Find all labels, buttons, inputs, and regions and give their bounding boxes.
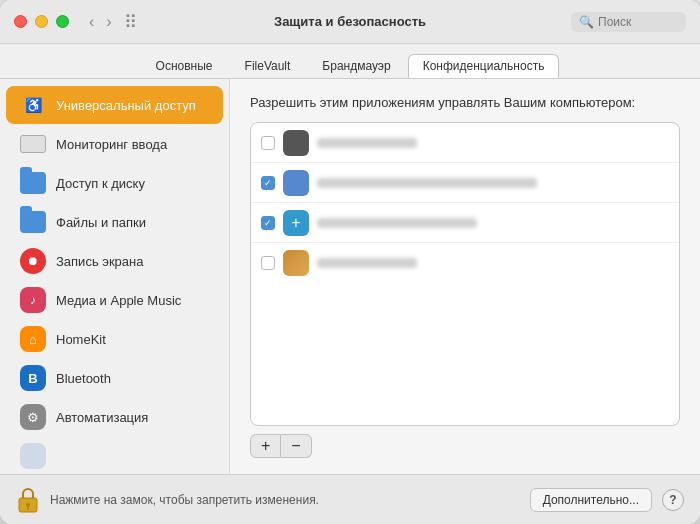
traffic-lights [14,15,69,28]
tab-firewall[interactable]: Брандмауэр [307,54,405,78]
svg-point-1 [26,503,30,507]
app-icon-1 [283,130,309,156]
music-icon: ♪ [20,287,46,313]
sidebar-item-accessibility[interactable]: ♿ Универсальный доступ [6,86,223,124]
lock-icon [16,486,40,514]
sidebar-item-homekit[interactable]: ⌂ HomeKit [6,320,223,358]
window-title: Защита и безопасность [274,14,426,29]
app-name-2 [317,178,537,188]
search-input[interactable] [598,15,678,29]
list-actions: + − [250,434,680,458]
sidebar-label-bluetooth: Bluetooth [56,371,111,386]
minimize-button[interactable] [35,15,48,28]
app-checkbox-2[interactable]: ✓ [261,176,275,190]
sidebar-item-screen[interactable]: ⏺ Запись экрана [6,242,223,280]
tab-filevault[interactable]: FileVault [230,54,306,78]
search-icon: 🔍 [579,15,594,29]
panel-title: Разрешить этим приложениям управлять Ваш… [250,95,680,110]
automation-icon: ⚙ [20,404,46,430]
sidebar-item-more[interactable] [6,437,223,474]
keyboard-icon [20,131,46,157]
sidebar-item-disk[interactable]: Доступ к диску [6,164,223,202]
app-checkbox-1[interactable] [261,136,275,150]
app-icon-2 [283,170,309,196]
tab-basic[interactable]: Основные [141,54,228,78]
sidebar-label-homekit: HomeKit [56,332,106,347]
content-area: ♿ Универсальный доступ Мониторинг ввода … [0,78,700,474]
app-checkbox-4[interactable] [261,256,275,270]
main-window: ‹ › ⠿ Защита и безопасность 🔍 Основные F… [0,0,700,524]
homekit-icon: ⌂ [20,326,46,352]
app-name-3 [317,218,477,228]
maximize-button[interactable] [56,15,69,28]
app-name-4 [317,258,417,268]
apps-grid-icon[interactable]: ⠿ [124,11,137,33]
more-icon [20,443,46,469]
add-button[interactable]: + [250,434,281,458]
sidebar-item-automation[interactable]: ⚙ Автоматизация [6,398,223,436]
main-panel: Разрешить этим приложениям управлять Ваш… [230,79,700,474]
sidebar-label-screen: Запись экрана [56,254,143,269]
sidebar-item-bluetooth[interactable]: B Bluetooth [6,359,223,397]
table-row [251,243,679,283]
help-button[interactable]: ? [662,489,684,511]
more-button[interactable]: Дополнительно... [530,488,652,512]
sidebar-label-automation: Автоматизация [56,410,148,425]
sidebar-label-accessibility: Универсальный доступ [56,98,196,113]
sidebar-label-files: Файлы и папки [56,215,146,230]
titlebar: ‹ › ⠿ Защита и безопасность 🔍 [0,0,700,44]
tabs-row: Основные FileVault Брандмауэр Конфиденци… [0,44,700,78]
sidebar-item-media[interactable]: ♪ Медиа и Apple Music [6,281,223,319]
table-row: ✓ [251,163,679,203]
accessibility-icon: ♿ [20,92,46,118]
app-icon-3: + [283,210,309,236]
files-icon [20,209,46,235]
tab-privacy[interactable]: Конфиденциальность [408,54,560,78]
nav-buttons: ‹ › [85,11,116,33]
sidebar-label-media: Медиа и Apple Music [56,293,181,308]
search-box[interactable]: 🔍 [571,12,686,32]
app-name-1 [317,138,417,148]
screen-icon: ⏺ [20,248,46,274]
sidebar-item-files[interactable]: Файлы и папки [6,203,223,241]
app-icon-4 [283,250,309,276]
bluetooth-icon: B [20,365,46,391]
close-button[interactable] [14,15,27,28]
forward-button[interactable]: › [102,11,115,33]
back-button[interactable]: ‹ [85,11,98,33]
table-row [251,123,679,163]
sidebar-label-input: Мониторинг ввода [56,137,167,152]
table-row: ✓ + [251,203,679,243]
sidebar-item-input[interactable]: Мониторинг ввода [6,125,223,163]
app-list: ✓ ✓ + [250,122,680,426]
sidebar: ♿ Универсальный доступ Мониторинг ввода … [0,79,230,474]
remove-button[interactable]: − [281,434,311,458]
app-checkbox-3[interactable]: ✓ [261,216,275,230]
sidebar-label-disk: Доступ к диску [56,176,145,191]
disk-icon [20,170,46,196]
bottom-bar: Нажмите на замок, чтобы запретить измене… [0,474,700,524]
bottom-lock-text: Нажмите на замок, чтобы запретить измене… [50,493,520,507]
